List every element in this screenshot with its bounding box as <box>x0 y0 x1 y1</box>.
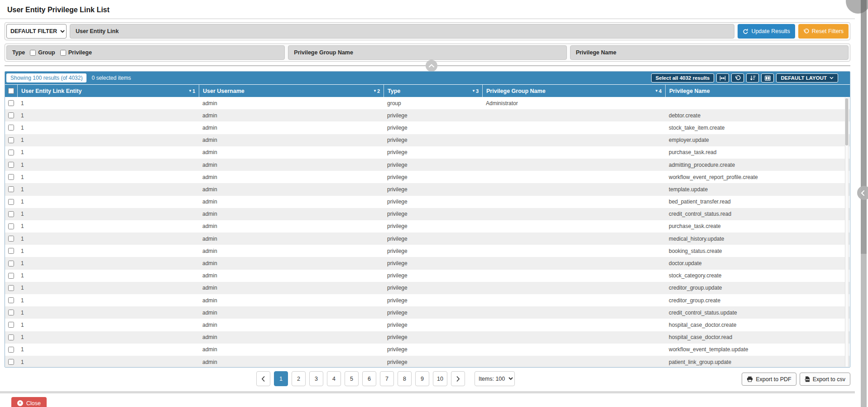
table-row[interactable]: 1adminprivilegestock_category.create <box>5 270 850 282</box>
page-button-10[interactable]: 10 <box>433 371 447 386</box>
row-checkbox[interactable] <box>8 273 14 279</box>
page-scrollbar-thumb[interactable] <box>861 0 867 254</box>
default-layout-button[interactable]: DEFAULT LAYOUT <box>776 73 838 82</box>
table-row[interactable]: 1adminprivilegecredit_control_status.upd… <box>5 306 850 319</box>
row-checkbox-cell <box>5 359 17 365</box>
row-checkbox[interactable] <box>8 261 14 266</box>
table-row[interactable]: 1adminprivilegedebtor.create <box>5 109 850 121</box>
table-row[interactable]: 1adminprivilegebooking_status.create <box>5 245 850 257</box>
update-results-button[interactable]: Update Results <box>738 24 795 39</box>
page-button-7[interactable]: 7 <box>380 371 394 386</box>
cell: privilege <box>384 112 482 119</box>
column-label: User Entity Link Entity <box>21 88 82 94</box>
select-all-checkbox[interactable] <box>8 88 14 94</box>
cell: admin <box>199 125 384 131</box>
row-checkbox[interactable] <box>8 125 14 131</box>
cell: 1 <box>17 137 199 143</box>
row-checkbox[interactable] <box>8 174 14 180</box>
page-button-2[interactable]: 2 <box>292 371 306 386</box>
type-checkbox-privilege[interactable] <box>60 50 66 56</box>
page-button-8[interactable]: 8 <box>398 371 412 386</box>
undo-button[interactable] <box>731 73 744 82</box>
row-checkbox[interactable] <box>8 310 14 315</box>
next-page-button[interactable] <box>451 371 465 386</box>
printer-icon <box>747 376 753 382</box>
sort-amount-button[interactable] <box>746 73 759 82</box>
table-row[interactable]: 1adminprivilegepurchase_task.read <box>5 146 850 159</box>
export-pdf-button[interactable]: Export to PDF <box>742 373 796 386</box>
table-row[interactable]: 1adminprivilegecredit_control_status.rea… <box>5 208 850 220</box>
type-option-group[interactable]: Group <box>30 49 55 56</box>
table-row[interactable]: 1adminprivilegehospital_case_doctor.crea… <box>5 319 850 331</box>
table-row[interactable]: 1adminprivilegedoctor.update <box>5 257 850 269</box>
row-checkbox[interactable] <box>8 359 14 365</box>
column-header-user-entity-link-entity[interactable]: User Entity Link Entity▼1 <box>17 85 199 97</box>
side-panel-toggle[interactable] <box>857 186 868 200</box>
table-row[interactable]: 1adminprivilegeemployer.update <box>5 134 850 146</box>
column-header-type[interactable]: Type▼3 <box>384 85 482 97</box>
table-row[interactable]: 1adminprivilegecreditor_group.update <box>5 282 850 294</box>
table-row[interactable]: 1adminprivilegehospital_case_doctor.read <box>5 331 850 344</box>
table-row[interactable]: 1adminprivilegepatient_link_group.update <box>5 356 850 368</box>
page-button-4[interactable]: 4 <box>327 371 341 386</box>
row-checkbox[interactable] <box>8 162 14 168</box>
row-checkbox[interactable] <box>8 199 14 205</box>
row-checkbox[interactable] <box>8 297 14 303</box>
filter-select[interactable]: DEFAULT FILTER <box>6 24 67 39</box>
column-header-privilege-group-name[interactable]: Privilege Group Name▼4 <box>482 85 665 97</box>
pager-pages: 12345678910 <box>274 371 447 386</box>
row-checkbox[interactable] <box>8 248 14 254</box>
table-row[interactable]: 1adminprivilegepurchase_task.create <box>5 220 850 233</box>
row-checkbox[interactable] <box>8 112 14 118</box>
select-all-button[interactable]: Select all 4032 results <box>651 73 715 82</box>
page-button-1[interactable]: 1 <box>274 371 288 386</box>
items-per-page-select[interactable]: Items: 100 <box>475 371 515 386</box>
row-checkbox[interactable] <box>8 137 14 143</box>
privilege-name-field[interactable]: Privilege Name <box>570 45 849 60</box>
table-row[interactable]: 1adminprivilegebed_patient_transfer.read <box>5 196 850 208</box>
table-row[interactable]: 1adminprivilegemedical_history.update <box>5 233 850 245</box>
row-checkbox[interactable] <box>8 285 14 291</box>
row-checkbox[interactable] <box>8 150 14 155</box>
cell: 1 <box>17 236 199 242</box>
row-checkbox[interactable] <box>8 186 14 192</box>
column-header-privilege-name[interactable]: Privilege Name <box>665 85 850 97</box>
table-row[interactable]: 1adminprivilegetemplate.update <box>5 183 850 195</box>
row-checkbox[interactable] <box>8 236 14 242</box>
table-row[interactable]: 1adminprivilegestock_take_item.create <box>5 121 850 134</box>
row-checkbox[interactable] <box>8 100 14 106</box>
page-button-6[interactable]: 6 <box>362 371 376 386</box>
table-scrollbar-thumb[interactable] <box>845 98 848 145</box>
close-circle-icon: × <box>17 400 23 406</box>
cell: creditor_group.create <box>665 297 850 304</box>
table-row[interactable]: 1admingroupAdministrator <box>5 97 850 109</box>
table-row[interactable]: 1adminprivilegeworkflow_event_report_pro… <box>5 171 850 183</box>
table-row[interactable]: 1adminprivilegecreditor_group.create <box>5 294 850 306</box>
table-row[interactable]: 1adminprivilegeadmitting_procedure.creat… <box>5 159 850 171</box>
export-csv-button[interactable]: Export to csv <box>800 373 850 386</box>
row-checkbox[interactable] <box>8 322 14 328</box>
reset-filters-button[interactable]: Reset Filters <box>798 24 849 39</box>
page-button-9[interactable]: 9 <box>415 371 429 386</box>
columns-button[interactable] <box>761 73 774 82</box>
cell: admin <box>199 322 384 328</box>
row-checkbox[interactable] <box>8 334 14 340</box>
privilege-group-name-field[interactable]: Privilege Group Name <box>288 45 566 60</box>
row-checkbox[interactable] <box>8 211 14 217</box>
page-button-5[interactable]: 5 <box>345 371 359 386</box>
type-checkbox-group[interactable] <box>30 50 36 56</box>
type-option-privilege[interactable]: Privilege <box>60 49 92 56</box>
user-entity-link-field[interactable]: User Entity Link <box>70 24 734 39</box>
close-button[interactable]: × Close <box>11 397 47 407</box>
cell: 1 <box>17 223 199 229</box>
page-button-3[interactable]: 3 <box>309 371 323 386</box>
row-checkbox[interactable] <box>8 223 14 229</box>
collapse-filters-button[interactable] <box>426 60 437 72</box>
column-header-user-username[interactable]: User Username▼2 <box>199 85 384 97</box>
autofit-columns-button[interactable] <box>716 73 729 82</box>
table-row[interactable]: 1adminprivilegeworkflow_event_template.u… <box>5 344 850 356</box>
previous-page-button[interactable] <box>256 371 270 386</box>
filter-panel-advanced: Type GroupPrivilege Privilege Group Name… <box>5 44 850 62</box>
row-checkbox-cell <box>5 334 17 340</box>
row-checkbox[interactable] <box>8 347 14 353</box>
